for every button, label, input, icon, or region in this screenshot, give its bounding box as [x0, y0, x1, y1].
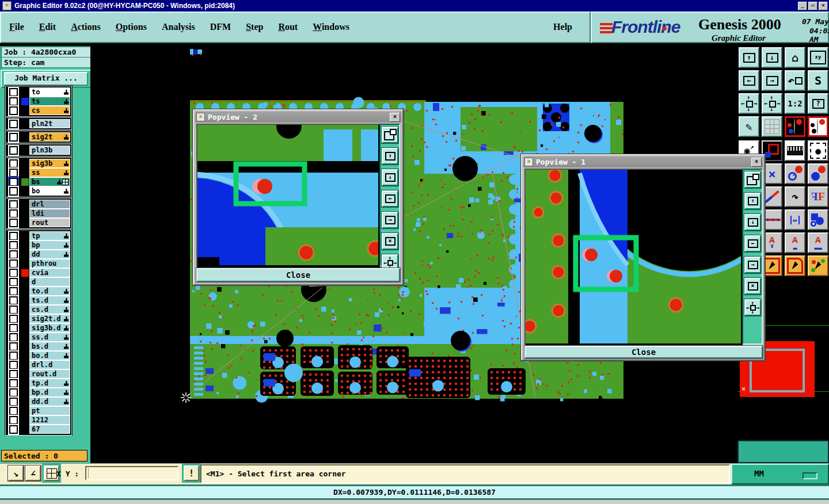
- layer-checkbox-pln2t[interactable]: [9, 120, 18, 128]
- units-dropdown[interactable]: MM: [731, 464, 829, 484]
- layer-color-swatch[interactable]: [21, 269, 29, 277]
- layer-row-to[interactable]: to: [7, 87, 70, 97]
- layer-row-to.d[interactable]: to.d: [7, 287, 70, 296]
- windows-xy-button[interactable]: xy: [808, 47, 828, 68]
- layer-name-bo.d[interactable]: bo.d: [29, 351, 70, 360]
- layer-name-sig2t[interactable]: sig2t: [29, 132, 70, 142]
- layer-color-swatch[interactable]: [21, 426, 29, 433]
- layer-color-swatch[interactable]: [21, 361, 29, 369]
- layer-checkbox-drl[interactable]: [9, 200, 18, 209]
- layer-checkbox-cvia[interactable]: [9, 269, 18, 277]
- layer-name-bs.d[interactable]: bs.d: [29, 342, 70, 351]
- layer-color-swatch[interactable]: [21, 160, 29, 167]
- context-help-button[interactable]: ?: [808, 93, 828, 114]
- layer-name-67[interactable]: 67: [29, 425, 70, 434]
- layer-name-bp.d[interactable]: bp.d: [29, 388, 70, 397]
- mirror-ff-button[interactable]: FF: [808, 186, 828, 207]
- layer-color-swatch[interactable]: [21, 133, 29, 141]
- layer-row-pt[interactable]: pt: [7, 406, 70, 415]
- close-button[interactable]: ×: [819, 2, 828, 10]
- select-net-orange-button[interactable]: [808, 255, 828, 276]
- layer-name-tp.d[interactable]: tp.d: [29, 379, 70, 388]
- layer-name-rout[interactable]: rout: [29, 218, 70, 227]
- layer-color-swatch[interactable]: [21, 260, 29, 268]
- fit-view-button[interactable]: ↑↓←→: [739, 93, 759, 114]
- layer-checkbox-tp[interactable]: [9, 232, 18, 240]
- layer-color-swatch[interactable]: [21, 201, 29, 208]
- layer-color-swatch[interactable]: [21, 98, 29, 105]
- layer-row-pln3b[interactable]: pln3b: [7, 146, 70, 155]
- layer-checkbox-d[interactable]: [9, 278, 18, 287]
- layer-row-cs.d[interactable]: cs.d: [7, 305, 70, 314]
- layer-color-swatch[interactable]: [21, 89, 29, 96]
- layer-row-cs[interactable]: cs: [7, 106, 70, 115]
- popview-zoom-out-icon[interactable]: ↓: [744, 214, 761, 231]
- layer-row-cvia[interactable]: cvia: [7, 268, 70, 277]
- layer-color-swatch[interactable]: [21, 407, 29, 415]
- layer-row-ss[interactable]: ss: [7, 168, 70, 177]
- layer-name-bs[interactable]: bs: [29, 177, 70, 186]
- layer-color-swatch[interactable]: [21, 232, 29, 240]
- layer-color-swatch[interactable]: [21, 288, 29, 295]
- layer-name-to.d[interactable]: to.d: [29, 287, 70, 296]
- layer-row-bp.d[interactable]: bp.d: [7, 388, 70, 397]
- layer-row-sig2t[interactable]: sig2t: [7, 132, 70, 142]
- menu-options[interactable]: Options: [116, 22, 147, 32]
- layer-color-swatch[interactable]: [21, 371, 29, 378]
- layer-checkbox-bo.d[interactable]: [9, 352, 18, 360]
- popview-shift-right-icon[interactable]: →: [744, 257, 761, 273]
- view-paste-down-button[interactable]: ↓: [762, 47, 782, 68]
- layer-row-dd.d[interactable]: dd.d: [7, 397, 70, 406]
- layer-row-tp[interactable]: tp: [7, 231, 70, 240]
- snap-diagonal-button[interactable]: ↘: [8, 465, 24, 481]
- layer-name-1212[interactable]: 1212: [29, 415, 70, 425]
- view-paste-up-button[interactable]: ↑: [739, 47, 759, 68]
- layer-color-swatch[interactable]: [21, 343, 29, 350]
- measure-width-button[interactable]: ↔: [785, 209, 805, 230]
- layer-color-swatch[interactable]: [21, 210, 29, 217]
- popview-1-titlebar[interactable]: × Popview - 1 ×: [523, 156, 763, 167]
- layer-checkbox-rout.d[interactable]: [9, 370, 18, 379]
- blue-pads-button[interactable]: [808, 209, 828, 230]
- layer-checkbox-sig2t.d[interactable]: [9, 315, 18, 323]
- layer-name-pln3b[interactable]: pln3b: [29, 146, 70, 155]
- layer-checkbox-rout[interactable]: [9, 219, 18, 227]
- layer-checkbox-sig3b[interactable]: [9, 159, 18, 168]
- serpentine-route-button[interactable]: S: [808, 70, 828, 91]
- layer-checkbox-sig2t[interactable]: [9, 133, 18, 142]
- layer-name-sig2t.d[interactable]: sig2t.d: [29, 314, 70, 323]
- layer-row-67[interactable]: 67: [7, 425, 70, 434]
- layer-color-swatch[interactable]: [21, 417, 29, 424]
- netlist-view-b-button[interactable]: [808, 116, 828, 137]
- shift-view-left-button[interactable]: ←: [739, 70, 759, 91]
- layer-row-ldi[interactable]: ldi: [7, 209, 70, 218]
- layer-row-bs.d[interactable]: bs.d: [7, 342, 70, 351]
- layer-name-ldi[interactable]: ldi: [29, 209, 70, 218]
- menu-help[interactable]: Help: [553, 22, 572, 32]
- layer-color-swatch[interactable]: [21, 352, 29, 360]
- layer-checkbox-dd.d[interactable]: [9, 398, 18, 406]
- menu-actions[interactable]: Actions: [71, 22, 101, 32]
- menu-dfm[interactable]: DFM: [210, 22, 231, 32]
- layer-checkbox-bs.d[interactable]: [9, 342, 18, 351]
- layer-checkbox-pt[interactable]: [9, 407, 18, 415]
- previous-view-button[interactable]: ↶: [785, 70, 805, 91]
- layer-name-d[interactable]: d: [29, 277, 70, 287]
- popview-zoom-out-icon[interactable]: ↓: [382, 169, 398, 186]
- menu-step[interactable]: Step: [246, 22, 263, 32]
- layer-checkbox-ldi[interactable]: [9, 209, 18, 218]
- warning-button[interactable]: !: [184, 465, 199, 481]
- layer-row-drl[interactable]: drl: [7, 200, 70, 209]
- grid-toggle-button[interactable]: [762, 116, 782, 137]
- layer-name-pthrou[interactable]: pthrou: [29, 259, 70, 268]
- layer-color-swatch[interactable]: [21, 147, 29, 154]
- layer-checkbox-pthrou[interactable]: [9, 259, 18, 268]
- layer-color-swatch[interactable]: [21, 398, 29, 406]
- layer-name-to[interactable]: to: [29, 87, 70, 97]
- layer-color-swatch[interactable]: [21, 324, 29, 332]
- layer-row-sig2t.d[interactable]: sig2t.d: [7, 314, 70, 323]
- popview-shift-left-icon[interactable]: ←: [744, 235, 761, 252]
- layer-row-tp.d[interactable]: tp.d: [7, 379, 70, 388]
- layer-row-bo.d[interactable]: bo.d: [7, 351, 70, 360]
- copy-open-circle-button[interactable]: ↗: [785, 163, 805, 184]
